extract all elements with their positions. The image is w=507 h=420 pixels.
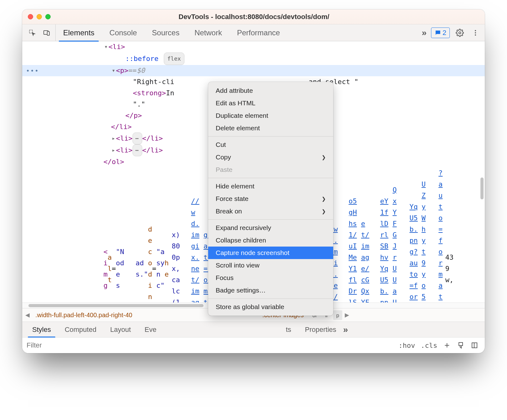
cls-toggle[interactable]: .cls bbox=[421, 342, 437, 349]
tab-event-listeners[interactable]: Eve bbox=[138, 322, 163, 337]
brush-icon[interactable] bbox=[457, 341, 465, 349]
url-link[interactable]: o5gHhs1/uIMeY1flDrlSBhvYq bbox=[349, 196, 358, 308]
context-menu-item[interactable]: Duplicate element bbox=[208, 109, 333, 122]
tag-li[interactable]: <li> bbox=[108, 41, 125, 52]
context-menu-label: Focus bbox=[216, 274, 233, 282]
context-menu-label: Duplicate element bbox=[216, 112, 268, 119]
horizontal-scrollbar-thumb[interactable] bbox=[28, 304, 203, 307]
tab-computed[interactable]: Computed bbox=[58, 322, 103, 337]
context-menu-item[interactable]: Scroll into view bbox=[208, 259, 333, 272]
tab-layout[interactable]: Layout bbox=[103, 322, 138, 337]
tab-elements[interactable]: Elements bbox=[56, 24, 102, 41]
collapsed-ellipsis-icon[interactable]: ⋯ bbox=[133, 144, 142, 156]
device-toolbar-icon[interactable] bbox=[40, 27, 53, 39]
expand-toggle-icon[interactable] bbox=[111, 133, 116, 144]
issues-count: 2 bbox=[443, 29, 446, 37]
context-menu-label: Edit as HTML bbox=[216, 99, 255, 107]
breadcrumb-item[interactable]: .width-full.pad-left-400.pad-right-40 bbox=[32, 310, 135, 320]
context-menu-item[interactable]: Badge settings… bbox=[208, 284, 333, 297]
url-link[interactable]: UZyWhyt9yo5gHhs1 bbox=[422, 179, 428, 308]
maximize-window-button[interactable] bbox=[45, 14, 51, 19]
context-menu-item[interactable]: Delete element bbox=[208, 122, 333, 134]
collapse-dots-icon[interactable]: ••• bbox=[26, 65, 39, 76]
tag-li-close[interactable]: </li> bbox=[111, 121, 132, 132]
context-menu-item[interactable]: Copy bbox=[208, 151, 333, 163]
selected-node[interactable]: •••<p> == $0 bbox=[22, 65, 485, 76]
context-menu-item[interactable]: Edit as HTML bbox=[208, 97, 333, 109]
tag-ol-close[interactable]: </ol> bbox=[103, 156, 124, 168]
svg-point-3 bbox=[459, 32, 461, 34]
url-link[interactable]: YqU5b.png?auto=format&w= bbox=[409, 201, 419, 308]
kebab-menu-icon[interactable] bbox=[470, 27, 481, 38]
context-menu-label: Cut bbox=[216, 141, 226, 148]
computed-panel-icon[interactable] bbox=[470, 341, 479, 349]
tag-p: <p> bbox=[116, 65, 128, 76]
dollar-zero: $0 bbox=[137, 65, 145, 76]
text-node[interactable]: "." bbox=[133, 99, 145, 110]
url-link[interactable]: et/image/cGQxYFG bbox=[361, 218, 369, 308]
traffic-lights bbox=[28, 14, 51, 19]
devtools-window: DevTools - localhost:8080/docs/devtools/… bbox=[22, 9, 485, 353]
vertical-scrollbar[interactable] bbox=[480, 178, 484, 199]
expand-toggle-icon[interactable] bbox=[111, 145, 116, 156]
context-menu-item[interactable]: Add attribute bbox=[208, 84, 333, 97]
settings-icon[interactable] bbox=[454, 27, 465, 38]
tab-performance[interactable]: Performance bbox=[229, 24, 287, 41]
expand-toggle-icon[interactable] bbox=[103, 41, 108, 52]
minimize-window-button[interactable] bbox=[37, 14, 42, 19]
context-menu-item[interactable]: Cut bbox=[208, 138, 333, 151]
url-link[interactable]: ?auto=format&w=439 bbox=[439, 168, 445, 308]
context-menu-item[interactable]: Collapse children bbox=[208, 234, 333, 247]
inspect-element-icon[interactable] bbox=[26, 27, 38, 39]
context-menu-item[interactable]: Capture node screenshot bbox=[208, 247, 333, 259]
breadcrumb-item[interactable]: p bbox=[333, 310, 342, 320]
breadcrumb-scroll-left-icon[interactable]: ◀ bbox=[25, 312, 30, 318]
text-node[interactable]: "Right-cli bbox=[133, 76, 174, 88]
flex-badge[interactable]: flex bbox=[164, 52, 184, 65]
context-menu-label: Paste bbox=[216, 166, 233, 173]
context-menu-item[interactable]: Hide element bbox=[208, 180, 333, 192]
tab-network[interactable]: Network bbox=[187, 24, 229, 41]
url-link[interactable]: eY1flDrlSBhvYqU5b.png?aut bbox=[380, 196, 389, 308]
url-link[interactable]: QxYFGJrUUaUZyWh bbox=[393, 184, 398, 308]
url-link[interactable]: //wd.imgix.net/image/cGQx bbox=[191, 196, 200, 308]
tag-li[interactable]: <li> bbox=[116, 133, 133, 144]
svg-point-4 bbox=[475, 30, 476, 31]
tag-li[interactable]: <li> bbox=[116, 145, 133, 156]
tag-strong[interactable]: <strong> bbox=[133, 88, 166, 99]
hover-toggle[interactable]: :hov bbox=[399, 342, 415, 349]
titlebar: DevTools - localhost:8080/docs/devtools/… bbox=[22, 9, 485, 24]
tab-partial[interactable]: ts bbox=[279, 322, 298, 337]
context-menu-item[interactable]: Break on bbox=[208, 205, 333, 218]
close-window-button[interactable] bbox=[28, 14, 33, 19]
breadcrumb-scroll-right-icon[interactable]: ▶ bbox=[345, 312, 349, 318]
context-menu-item[interactable]: Force state bbox=[208, 192, 333, 205]
more-tabs-icon[interactable]: » bbox=[343, 325, 348, 335]
svg-point-5 bbox=[475, 32, 476, 33]
tab-styles[interactable]: Styles bbox=[25, 322, 58, 337]
issues-badge[interactable]: 2 bbox=[431, 28, 450, 38]
context-menu-item[interactable]: Store as global variable bbox=[208, 301, 333, 313]
styles-filter-input[interactable] bbox=[22, 338, 399, 353]
expand-toggle-icon[interactable] bbox=[111, 65, 116, 76]
panel-tabs: Elements Console Sources Network Perform… bbox=[55, 24, 288, 41]
sidebar-tabs: Styles Computed Layout Eve ts Properties… bbox=[22, 322, 485, 338]
tag-p-close[interactable]: </p> bbox=[125, 110, 142, 121]
context-menu-item[interactable]: Focus bbox=[208, 272, 333, 284]
tab-sources[interactable]: Sources bbox=[144, 24, 187, 41]
collapsed-ellipsis-icon[interactable]: ⋯ bbox=[133, 132, 142, 144]
context-menu-divider bbox=[208, 178, 333, 178]
context-menu-label: Copy bbox=[216, 153, 231, 161]
more-tabs-icon[interactable]: » bbox=[422, 28, 427, 38]
context-menu-label: Break on bbox=[216, 208, 242, 215]
styles-filter-row: :hov .cls bbox=[22, 338, 485, 353]
toolbar-right: » 2 bbox=[422, 27, 481, 38]
tab-console[interactable]: Console bbox=[102, 24, 144, 41]
context-menu-label: Delete element bbox=[216, 124, 260, 132]
svg-rect-2 bbox=[47, 32, 49, 35]
context-menu-item[interactable]: Expand recursively bbox=[208, 222, 333, 234]
tab-properties[interactable]: Properties bbox=[298, 322, 343, 337]
pseudo-before[interactable]: ::before bbox=[125, 53, 158, 64]
context-menu-divider bbox=[208, 219, 333, 220]
new-style-rule-icon[interactable] bbox=[443, 341, 451, 349]
